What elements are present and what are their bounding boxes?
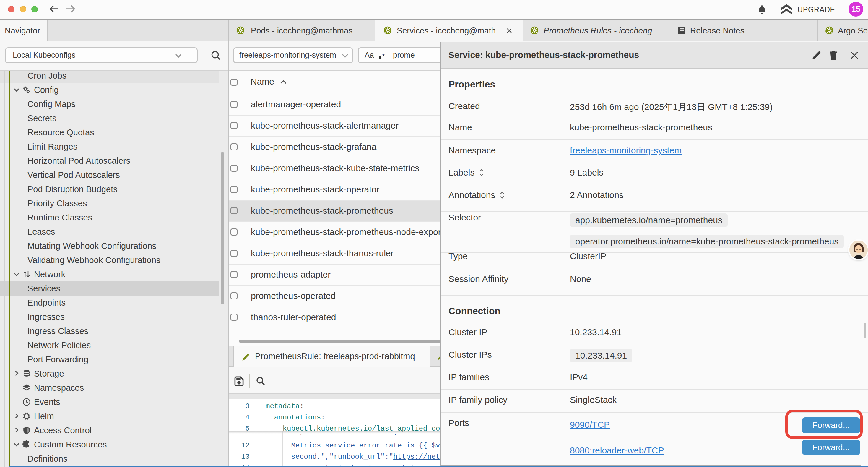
svg-text:*: * xyxy=(382,52,385,60)
